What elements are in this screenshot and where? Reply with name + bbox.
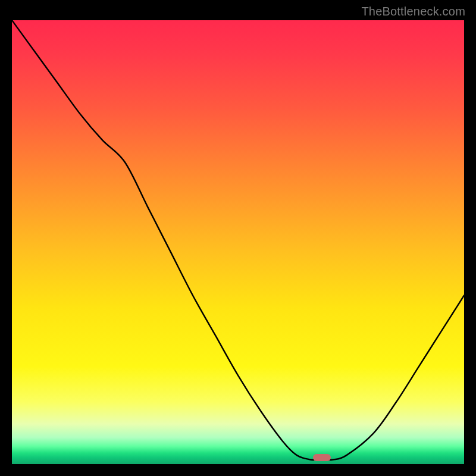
plot-area xyxy=(12,20,464,464)
chart-frame: TheBottleneck.com xyxy=(0,0,476,476)
watermark-text: TheBottleneck.com xyxy=(361,5,465,18)
optimal-marker xyxy=(313,454,331,461)
bottleneck-curve xyxy=(12,20,464,464)
